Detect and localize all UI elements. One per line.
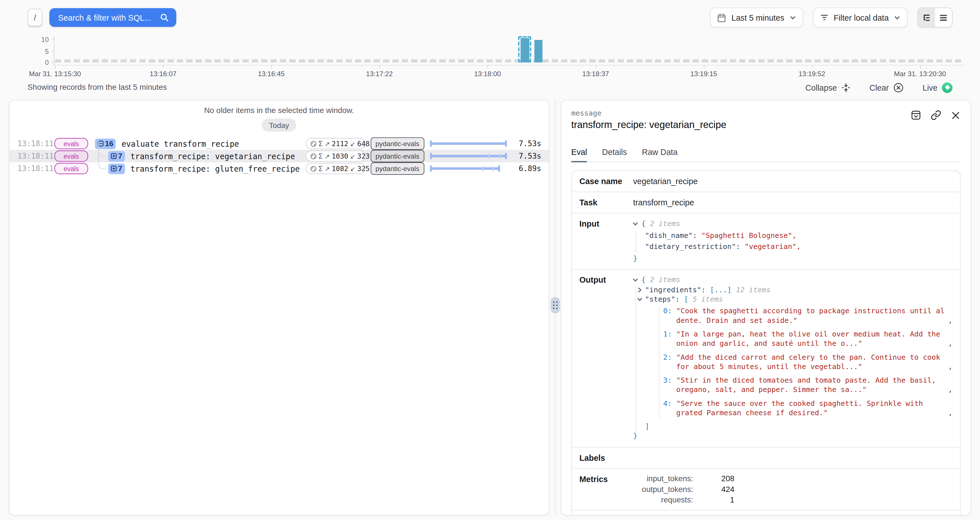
filter-local-data-dropdown[interactable]: Filter local data [813, 7, 907, 27]
json-string: "Serve the sauce over the cooked spaghet… [676, 398, 946, 418]
token-usage-pill: Σ ↗ 1030 ↙ 323 [305, 151, 366, 162]
tree-view-button[interactable] [918, 8, 935, 27]
token-usage-pill: Σ ↗ 1082 ↙ 325 [305, 163, 366, 174]
json-array-item: 3: "Stir in the diced tomatoes and tomat… [663, 376, 953, 395]
service-badge: evals [54, 151, 88, 162]
tree-view-icon [922, 13, 931, 22]
timeline-chart[interactable]: 10 5 0 Mar 31. 13:15:30 13:16:07 13:16:4… [0, 35, 980, 76]
assertions-row: Assertions [572, 510, 960, 516]
top-bar-right: Last 5 minutes Filter local data [710, 7, 953, 27]
table-row[interactable]: 13:18:11 evals 7 transform_recipe: veget… [10, 150, 549, 162]
tree-connector [98, 144, 107, 169]
output-label: Output [579, 275, 633, 441]
empty-window-notice: No older items in the selected time wind… [10, 106, 549, 115]
chevron-down-icon[interactable] [633, 277, 638, 283]
json-string: "In a large pan, heat the olive oil over… [676, 330, 946, 349]
close-icon[interactable] [950, 110, 961, 120]
array-index: 1: [663, 330, 672, 349]
tab-details[interactable]: Details [602, 147, 627, 162]
table-row[interactable]: 13:18:11 evals 16 evaluate transform_rec… [10, 137, 549, 150]
histogram-bar[interactable] [535, 40, 543, 63]
dataset-tag[interactable]: pydantic-evals [370, 137, 424, 150]
record-title: evaluate transform_recipe [121, 139, 239, 148]
copy-link-icon[interactable] [931, 110, 941, 120]
input-tokens: 2112 [332, 140, 348, 148]
duration-bar [430, 165, 500, 172]
time-range-dropdown[interactable]: Last 5 minutes [710, 7, 803, 27]
detail-panel: message transform_recipe: vegetarian_rec… [561, 100, 971, 516]
metric-value: 1 [693, 495, 734, 504]
showing-records-text: Showing records from the last 5 minutes [27, 83, 167, 92]
x-axis-tick-label: 13:16:07 [150, 70, 177, 77]
clear-label: Clear [869, 83, 889, 92]
x-axis-tick-label: 13:19:52 [799, 70, 825, 77]
input-json-tree: { 2 items "dish_name": "Spaghetti Bologn… [633, 219, 953, 263]
chevron-down-icon[interactable] [633, 221, 638, 227]
collapsed-array[interactable]: [...] [710, 285, 732, 294]
tab-eval[interactable]: Eval [571, 147, 587, 162]
table-row[interactable]: 13:18:11 evals 7 transform_recipe: glute… [10, 162, 549, 175]
chevron-right-icon[interactable] [637, 287, 643, 293]
span-count-badge[interactable]: 7 [108, 151, 125, 161]
json-key: "steps": [645, 295, 680, 303]
x-axis-labels: Mar 31. 13:15:30 13:16:07 13:16:45 13:17… [55, 70, 920, 79]
case-name-value: vegetarian_recipe [633, 177, 953, 186]
tab-raw-data[interactable]: Raw Data [642, 147, 678, 162]
dataset-tag[interactable]: pydantic-evals [370, 162, 424, 175]
metric-name: output_tokens: [633, 485, 693, 493]
x-axis-tick-label: 13:17:22 [366, 70, 393, 77]
input-tokens-arrow-icon: ↗ [325, 140, 330, 147]
collapse-button[interactable]: Collapse [805, 83, 851, 92]
dock-panel-icon[interactable] [910, 110, 921, 120]
input-label: Input [579, 219, 633, 263]
input-tokens: 1082 [332, 165, 348, 173]
record-rows: 13:18:11 evals 16 evaluate transform_rec… [10, 137, 549, 175]
span-count-badge[interactable]: 7 [108, 163, 125, 174]
output-tokens-arrow-icon: ↙ [350, 140, 355, 147]
slash-shortcut-key[interactable]: / [27, 9, 43, 26]
panel-resize-handle[interactable] [551, 297, 560, 313]
coin-icon [310, 140, 317, 147]
coin-icon [310, 153, 317, 159]
x-axis-tick-label: 13:19:15 [690, 70, 717, 77]
json-array-item: 4: "Serve the sauce over the cooked spag… [663, 398, 953, 418]
chevron-down-icon[interactable] [637, 296, 643, 302]
json-array-item: 2: "Add the diced carrot and celery to t… [663, 352, 953, 372]
calendar-icon [717, 13, 727, 22]
task-label: Task [579, 198, 633, 207]
output-tokens-arrow-icon: ↙ [350, 153, 355, 159]
list-view-button[interactable] [935, 8, 952, 27]
metric-name: requests: [633, 495, 693, 504]
clear-button[interactable]: Clear [869, 82, 904, 93]
duration-bar [430, 153, 507, 159]
record-title: transform_recipe: vegetarian_recipe [130, 151, 295, 160]
y-axis-tick-label: 5 [33, 48, 49, 55]
service-badge: evals [54, 138, 88, 149]
sigma-icon: Σ [318, 152, 323, 160]
labels-row: Labels [572, 447, 960, 468]
histogram-bar[interactable] [520, 38, 530, 62]
filter-icon [820, 13, 829, 22]
x-axis-tick-label: 13:18:37 [582, 70, 609, 77]
labels-value [633, 453, 953, 462]
app-window: / Search & filter with SQL... Last 5 min… [0, 0, 980, 520]
search-button[interactable]: Search & filter with SQL... [49, 8, 176, 27]
input-row: Input { 2 items "dish_name": [572, 214, 960, 270]
duration-bar-cell [430, 152, 509, 160]
dataset-tag[interactable]: pydantic-evals [370, 150, 424, 162]
json-key: "dish_name": [645, 231, 697, 239]
filter-label: Filter local data [834, 13, 889, 22]
duration-bar-cell [430, 165, 509, 172]
json-string: "Cook the spaghetti according to package… [676, 306, 946, 325]
clear-circle-x-icon [893, 82, 904, 93]
live-toggle[interactable]: Live [923, 82, 953, 93]
search-icon [160, 13, 169, 22]
chevron-down-icon [894, 14, 900, 21]
task-row: Task transform_recipe [572, 192, 960, 214]
today-chip[interactable]: Today [262, 119, 296, 132]
x-axis-tick-label: 13:16:45 [258, 70, 285, 77]
token-usage-pill: Σ ↗ 2112 ↙ 648 [305, 138, 366, 149]
record-title: transform_recipe: gluten_free_recipe [130, 164, 300, 173]
chevron-down-icon [789, 14, 796, 21]
record-kind-label: message [571, 109, 961, 117]
